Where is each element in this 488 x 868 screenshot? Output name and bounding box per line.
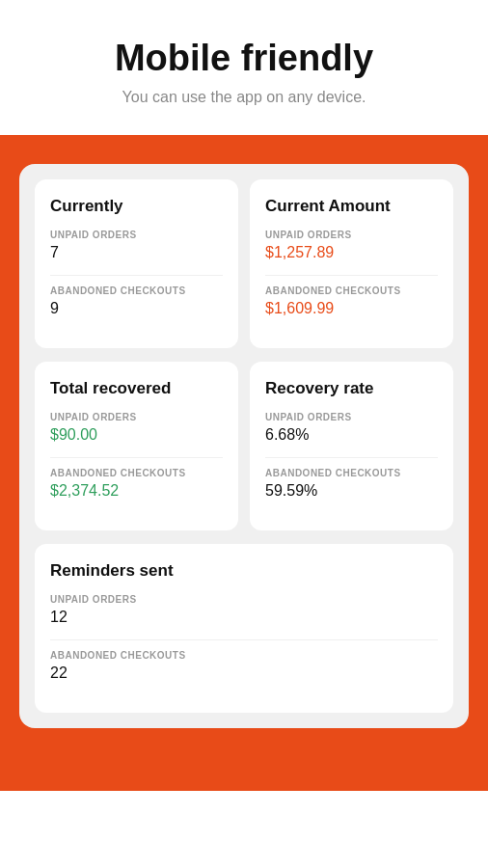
reminders-sent-abandoned-label: ABANDONED CHECKOUTS <box>50 650 438 661</box>
current-amount-unpaid-label: UNPAID ORDERS <box>265 230 438 240</box>
divider <box>265 275 438 276</box>
divider <box>50 639 438 640</box>
header-section: Mobile friendly You can use the app on a… <box>0 0 488 135</box>
total-recovered-abandoned-label: ABANDONED CHECKOUTS <box>50 468 223 478</box>
total-recovered-abandoned-value: $2,374.52 <box>50 482 223 500</box>
currently-title: Currently <box>50 197 223 216</box>
divider <box>265 457 438 458</box>
page-subtitle: You can use the app on any device. <box>19 89 469 106</box>
total-recovered-card: Total recovered UNPAID ORDERS $90.00 ABA… <box>35 362 238 530</box>
current-amount-title: Current Amount <box>265 197 438 216</box>
row-1: Currently UNPAID ORDERS 7 ABANDONED CHEC… <box>35 179 453 348</box>
card-container: Currently UNPAID ORDERS 7 ABANDONED CHEC… <box>19 164 469 728</box>
recovery-rate-abandoned-label: ABANDONED CHECKOUTS <box>265 468 438 478</box>
total-recovered-title: Total recovered <box>50 379 223 398</box>
current-amount-abandoned-label: ABANDONED CHECKOUTS <box>265 285 438 296</box>
currently-unpaid-label: UNPAID ORDERS <box>50 230 223 240</box>
orange-section: Currently UNPAID ORDERS 7 ABANDONED CHEC… <box>0 135 488 791</box>
reminders-sent-card: Reminders sent UNPAID ORDERS 12 ABANDONE… <box>35 544 453 713</box>
reminders-sent-title: Reminders sent <box>50 561 438 581</box>
current-amount-card: Current Amount UNPAID ORDERS $1,257.89 A… <box>250 179 453 348</box>
currently-abandoned-value: 9 <box>50 300 223 317</box>
page-title: Mobile friendly <box>19 39 469 79</box>
reminders-sent-unpaid-label: UNPAID ORDERS <box>50 594 438 605</box>
divider <box>50 275 223 276</box>
current-amount-unpaid-value: $1,257.89 <box>265 244 438 261</box>
reminders-sent-unpaid-value: 12 <box>50 609 438 626</box>
total-recovered-unpaid-value: $90.00 <box>50 426 223 444</box>
currently-unpaid-value: 7 <box>50 244 223 261</box>
recovery-rate-title: Recovery rate <box>265 379 438 398</box>
recovery-rate-abandoned-value: 59.59% <box>265 482 438 500</box>
current-amount-abandoned-value: $1,609.99 <box>265 300 438 317</box>
divider <box>50 457 223 458</box>
currently-card: Currently UNPAID ORDERS 7 ABANDONED CHEC… <box>35 179 238 348</box>
recovery-rate-unpaid-label: UNPAID ORDERS <box>265 412 438 422</box>
reminders-sent-abandoned-value: 22 <box>50 665 438 682</box>
total-recovered-unpaid-label: UNPAID ORDERS <box>50 412 223 422</box>
row-2: Total recovered UNPAID ORDERS $90.00 ABA… <box>35 362 453 530</box>
recovery-rate-unpaid-value: 6.68% <box>265 426 438 444</box>
currently-abandoned-label: ABANDONED CHECKOUTS <box>50 285 223 296</box>
recovery-rate-card: Recovery rate UNPAID ORDERS 6.68% ABANDO… <box>250 362 453 530</box>
